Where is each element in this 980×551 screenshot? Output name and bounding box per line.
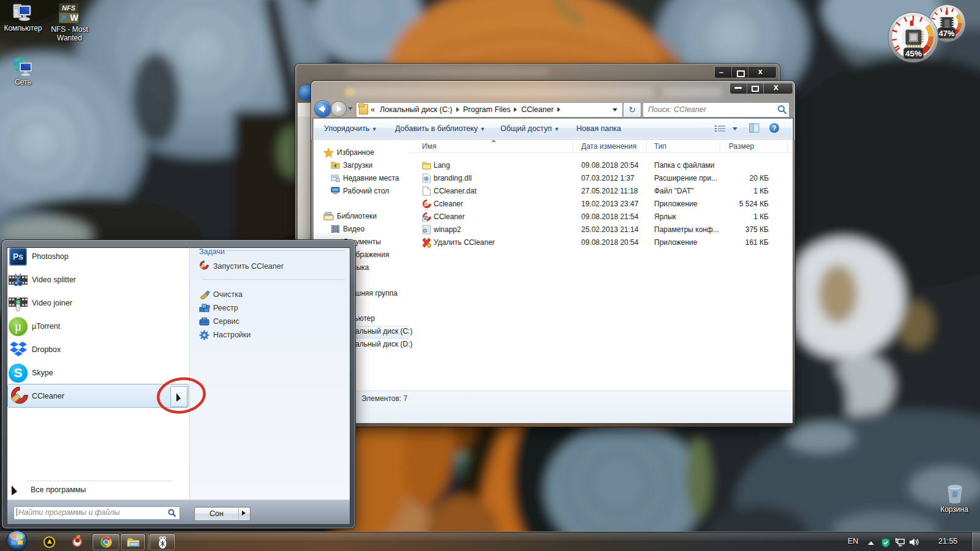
svg-text:G: G xyxy=(17,300,20,304)
svg-text:W: W xyxy=(70,13,78,23)
svg-text:NFS: NFS xyxy=(62,4,76,12)
svg-text:45%: 45% xyxy=(905,49,922,58)
svg-text:47%: 47% xyxy=(938,29,954,38)
